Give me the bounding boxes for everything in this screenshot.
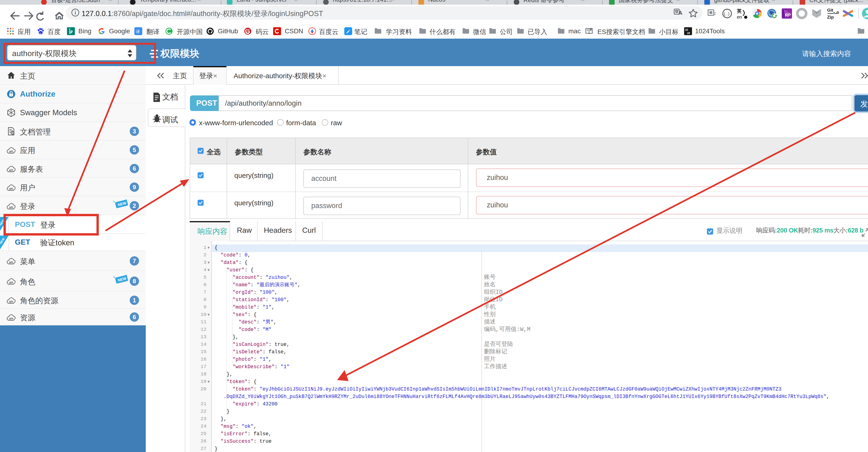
svg-text:24: 24 xyxy=(687,32,690,34)
svg-text:Git: Git xyxy=(827,8,833,12)
svg-text:en: en xyxy=(737,15,742,20)
svg-text:Zip: Zip xyxy=(827,15,834,20)
svg-text:A: A xyxy=(10,109,11,112)
svg-text:译: 译 xyxy=(136,29,140,34)
svg-text:{...}: {...} xyxy=(724,12,730,16)
svg-text:RP: RP xyxy=(785,13,791,18)
svg-text:10: 10 xyxy=(685,28,688,31)
svg-text:英: 英 xyxy=(737,8,742,13)
svg-text:du: du xyxy=(39,32,41,34)
